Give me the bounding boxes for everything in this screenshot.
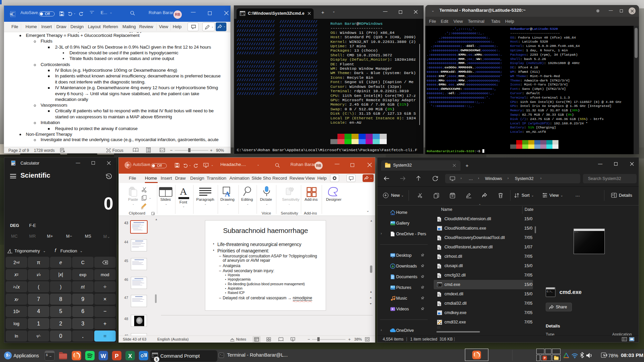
svg-text:P: P (127, 164, 129, 167)
svg-text:P: P (115, 353, 118, 359)
svg-text:C:\: C:\ (240, 13, 245, 15)
svg-text:A: A (225, 190, 230, 197)
svg-text:P: P (544, 356, 546, 360)
svg-text:W: W (101, 353, 106, 359)
svg-text:X: X (128, 353, 132, 359)
svg-text:O: O (141, 354, 144, 358)
svg-text:W: W (10, 13, 13, 16)
